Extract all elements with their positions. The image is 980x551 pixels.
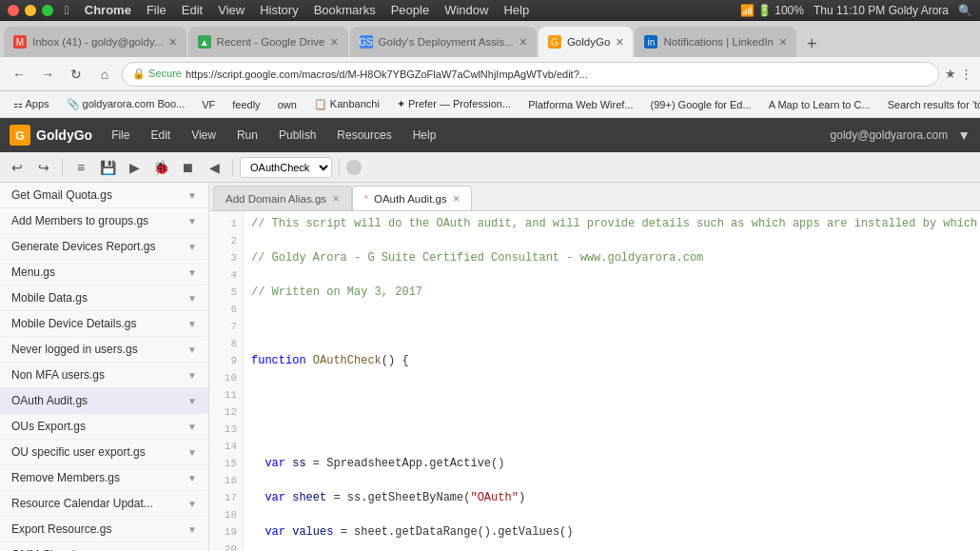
menu-people[interactable]: People [391,3,429,17]
bookmark-kanbanchi[interactable]: 📋 Kanbanchi [308,96,385,112]
user-email[interactable]: goldy@goldyarora.com [831,128,949,142]
undo-button[interactable]: ↩ [6,156,29,179]
sidebar-item-ous-export[interactable]: OUs Export.gs ▼ [0,414,208,440]
sidebar-item-menu[interactable]: Menu.gs ▼ [0,260,208,285]
url-bar[interactable]: 🔒 Secure https://script.google.com/macro… [122,62,939,87]
new-tab-button[interactable]: + [798,30,825,57]
code-line-9: var sheet = ss.getSheetByName("OAuth") [251,489,980,506]
bookmark-vf[interactable]: VF [196,97,221,112]
bookmark-own[interactable]: own [272,97,303,112]
code-editor[interactable]: // This script will do the OAuth audit, … [244,211,980,551]
user-dropdown[interactable]: ▼ [957,128,970,143]
file-tab-close[interactable]: × [332,191,340,206]
minimize-button[interactable] [25,5,36,16]
line-num-18: 18 [209,506,243,523]
line-num-2: 2 [209,232,243,249]
menu-help[interactable]: Help [503,3,529,17]
nav-publish[interactable]: Publish [269,125,325,146]
line-num-9: 9 [209,352,243,369]
nav-help[interactable]: Help [403,125,446,146]
tab-gdrive-label: Recent - Google Drive [217,36,325,48]
bookmark-map[interactable]: A Map to Learn to C... [763,97,876,112]
arrow-icon: ▼ [187,216,197,226]
apple-icon[interactable]:  [65,3,69,17]
tab-goldygo-close[interactable]: × [616,34,623,49]
nav-resources[interactable]: Resources [327,125,401,146]
format-button[interactable]: ≡ [69,156,92,179]
code-line-6 [251,386,980,403]
arrow-icon: ▼ [187,267,197,278]
forward-button[interactable]: → [36,63,59,86]
function-selector[interactable]: OAuthCheck [240,157,332,178]
sidebar-item-remove-members[interactable]: Remove Members.gs ▼ [0,465,208,491]
search-icon[interactable]: 🔍 [958,4,972,17]
nav-prev[interactable]: ◀ [203,156,225,179]
sidebar-item-ou-specific[interactable]: OU specific user export.gs ▼ [0,440,208,465]
tab-gscript-close[interactable]: × [519,34,527,49]
extensions-icon[interactable]: ★ [945,67,956,81]
nav-file[interactable]: File [102,125,139,146]
sidebar-item-oauth-audit[interactable]: OAuth Audit.gs ▼ [0,388,208,414]
sidebar-item-resource-calendar[interactable]: Resource Calendar Updat... ▼ [0,491,208,517]
tab-gdrive-close[interactable]: × [330,34,338,49]
bookmark-goldyarora[interactable]: 📎 goldyarora.com Boo... [61,96,191,112]
line-num-8: 8 [209,335,243,352]
traffic-lights[interactable] [8,5,53,16]
menu-window[interactable]: Window [444,3,488,17]
stop-button[interactable]: ⏹ [176,156,199,179]
sidebar-item-mobile-data[interactable]: Mobile Data.gs ▼ [0,285,208,311]
back-button[interactable]: ← [8,63,30,86]
file-tab-domain-alias[interactable]: Add Domain Alias.gs × [213,186,352,210]
code-area[interactable]: 1 2 3 4 5 6 7 8 9 10 11 12 13 14 15 16 1 [209,211,980,551]
nav-run[interactable]: Run [227,125,267,146]
titlebar:  Chrome File Edit View History Bookmark… [0,0,980,21]
sidebar-item-gmail-quota[interactable]: Get Gmail Quota.gs ▼ [0,183,208,208]
sidebar-item-qmm[interactable]: QMM Cleaning.gs ▼ [0,542,208,551]
sidebar-item-non-mfa[interactable]: Non MFA users.gs ▼ [0,363,208,388]
file-tab-oauth-audit[interactable]: * OAuth Audit.gs × [352,186,473,210]
menu-view[interactable]: View [218,3,245,17]
bookmark-platforma[interactable]: Platforma Web Wiref... [522,97,638,112]
debug-button[interactable]: 🐞 [149,156,172,179]
nav-view[interactable]: View [182,125,225,146]
tab-gmail[interactable]: M Inbox (41) - goldy@goldy... × [4,27,186,57]
close-button[interactable] [8,5,19,16]
save-button[interactable]: 💾 [96,156,119,179]
menu-edit[interactable]: Edit [182,3,203,17]
tab-gmail-close[interactable]: × [168,34,176,49]
code-line-3: // Written on May 3, 2017 [251,284,980,301]
bookmark-apps[interactable]: ⚏ Apps [8,96,55,112]
line-num-11: 11 [209,386,243,403]
menu-history[interactable]: History [260,3,298,17]
run-button[interactable]: ▶ [123,156,146,179]
app-name[interactable]: Chrome [85,3,131,17]
sidebar-item-mobile-device[interactable]: Mobile Device Details.gs ▼ [0,311,208,337]
tab-gscript[interactable]: GS Goldy's Deployment Assis... × [350,27,537,57]
tab-linkedin-close[interactable]: × [779,34,787,49]
bookmark-feedly[interactable]: feedly [226,97,265,112]
bookmark-search[interactable]: Search results for 'to...' [882,97,980,112]
sidebar-item-never-logged[interactable]: Never logged in users.gs ▼ [0,337,208,363]
arrow-icon: ▼ [187,524,197,535]
sidebar-item-export-resource[interactable]: Export Resource.gs ▼ [0,517,208,542]
tab-linkedin[interactable]: in Notifications | LinkedIn × [635,27,796,57]
sidebar-item-add-members[interactable]: Add Members to groups.gs ▼ [0,208,208,234]
sidebar-item-generate-devices[interactable]: Generate Devices Report.gs ▼ [0,234,208,260]
menu-file[interactable]: File [147,3,167,17]
tab-goldygo[interactable]: G GoldyGo × [539,27,634,57]
code-line-8: var ss = SpreadsheetApp.getActive() [251,455,980,472]
maximize-button[interactable] [42,5,53,16]
redo-button[interactable]: ↪ [32,156,55,179]
tab-gdrive[interactable]: ▲ Recent - Google Drive × [188,27,348,57]
reload-button[interactable]: ↻ [65,63,88,86]
bookmark-prefer[interactable]: ✦ Prefer — Profession... [391,96,517,112]
home-button[interactable]: ⌂ [93,63,116,86]
menu-icon[interactable]: ⋮ [960,67,972,81]
editor-body: Get Gmail Quota.gs ▼ Add Members to grou… [0,183,980,551]
menu-bookmarks[interactable]: Bookmarks [314,3,376,17]
file-tab-close[interactable]: × [453,191,461,206]
bookmark-google-ed[interactable]: (99+) Google for Ed... [645,97,757,112]
app-logo-text: GoldyGo [36,128,92,143]
line-num-5: 5 [209,284,243,301]
nav-edit[interactable]: Edit [141,125,180,146]
